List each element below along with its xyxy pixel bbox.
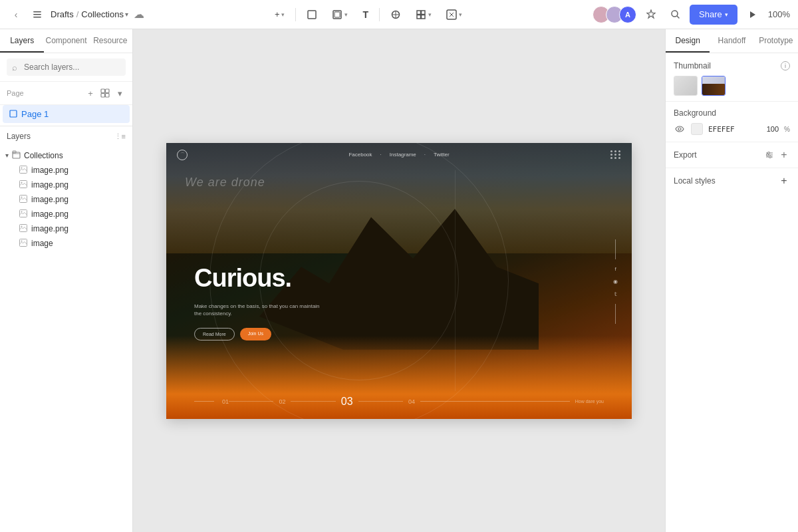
bg-color-hex[interactable]: EFEFEF [708,125,761,134]
tab-handoff[interactable]: Handoff [710,29,753,53]
back-button[interactable]: ‹ [8,7,24,23]
svg-rect-20 [106,89,110,93]
page-options-button[interactable] [99,87,111,99]
svg-rect-9 [417,11,421,15]
breadcrumb-separator: / [76,9,79,19]
nav-link-facebook: Facebook [348,152,372,158]
svg-rect-0 [33,11,41,13]
tool-separator-2 [379,8,380,21]
cloud-sync-icon[interactable]: ☁ [134,8,144,21]
layer-image-icon-5 [19,224,28,233]
avatar-3: A [619,6,636,23]
nav-link-twitter: Twitter [434,152,450,158]
twitter-icon[interactable]: 𝕥 [614,291,617,297]
layer-item-image-6[interactable]: image [0,236,132,251]
canvas[interactable]: ⌒ Facebook · Instagrame · Twitter [133,29,665,532]
thumbnail-info-icon[interactable]: i [781,61,790,70]
add-page-button[interactable]: + [84,87,96,99]
export-add-button[interactable]: + [778,149,790,161]
thumbnail-preview [674,76,790,96]
svg-rect-1 [33,14,41,15]
left-sidebar: Layers Component Resource Page + ▾ Page … [0,29,133,532]
search-icon[interactable] [666,5,684,24]
bg-opacity[interactable]: 100 [767,125,779,133]
add-tool-button[interactable]: + ▾ [269,5,291,24]
tab-resource[interactable]: Resource [88,29,132,53]
tab-layers[interactable]: Layers [0,29,44,53]
frame-hero-title: We are drone [185,176,265,190]
add-chevron-icon: ▾ [281,11,285,18]
local-styles-add-button[interactable]: + [778,175,790,187]
layer-item-collections[interactable]: ▾ Collections [0,148,132,163]
frame-bottom-nav: 01 02 03 04 How dare you [166,396,632,408]
layer-name-image-1: image.png [31,166,68,175]
right-sidebar-tabs: Design Handoff Prototype [666,29,798,53]
svg-line-17 [677,16,680,19]
frame-join-us-button[interactable]: Join Us [240,328,271,340]
text-tool-button[interactable]: T [357,5,374,24]
tab-prototype[interactable]: Prototype [754,29,798,53]
export-section: Export + [666,142,798,168]
search-wrap [7,59,126,76]
topbar-left: ‹ Drafts / Collections ▾ ☁ [8,7,144,23]
move-tool-button[interactable] [385,5,406,24]
play-button[interactable] [743,5,763,25]
page-item-page1[interactable]: Page 1 [3,105,130,123]
tab-component[interactable]: Component [44,29,88,53]
layer-name-collections: Collections [24,151,63,160]
frame-logo: ⌒ [177,150,188,160]
layer-item-image-2[interactable]: image.png [0,178,132,192]
search-layers-input[interactable] [7,59,126,76]
bg-visibility-toggle[interactable] [674,123,686,135]
more-tool-button[interactable]: ▾ [441,5,467,24]
facebook-icon[interactable]: f [614,266,616,272]
page-expand-button[interactable]: ▾ [114,87,126,99]
page-section-label: Page [7,89,24,97]
export-row: Export + [674,149,790,161]
bottom-line-1 [194,401,214,402]
frame-container[interactable]: ⌒ Facebook · Instagrame · Twitter [166,143,632,419]
bg-percent-sign: % [784,126,790,133]
components-tool-button[interactable]: ▾ [410,5,437,24]
share-button[interactable]: Share ▾ [690,5,737,25]
breadcrumb: Drafts / Collections ▾ [51,9,128,19]
layer-item-image-1[interactable]: image.png [0,163,132,178]
tab-design[interactable]: Design [666,29,710,53]
layer-item-image-3[interactable]: image.png [0,192,132,207]
thumbnail-box-2[interactable] [702,76,726,96]
local-styles-section: Local styles + [666,168,798,194]
frame-social-links: f ◉ 𝕥 [613,239,618,324]
menu-button[interactable] [29,7,45,23]
right-sidebar: Design Handoff Prototype Thumbnail i [665,29,798,532]
layer-item-image-4[interactable]: image.png [0,207,132,221]
layer-name-image-5: image.png [31,224,68,233]
svg-point-40 [767,154,769,156]
bottom-spacer-3 [358,401,403,402]
layer-name-image-4: image.png [31,209,68,219]
bottom-spacer-1 [229,401,273,402]
topbar-center-tools: + ▾ ▾ T ▾ ▾ [150,5,587,24]
layer-item-image-5[interactable]: image.png [0,221,132,236]
breadcrumb-current[interactable]: Collections ▾ [81,9,128,19]
bg-color-swatch[interactable] [691,123,703,135]
frame-read-more-button[interactable]: Read More [194,328,235,340]
sidebar-tabs: Layers Component Resource [0,29,132,53]
frame-tool-button[interactable] [301,5,323,24]
zoom-level[interactable]: 100% [768,9,790,19]
export-settings-icon[interactable] [763,149,775,161]
shape-tool-button[interactable]: ▾ [327,5,353,24]
svg-rect-11 [417,15,421,19]
svg-rect-23 [10,110,17,117]
svg-point-31 [21,197,23,198]
layer-image-icon-6 [19,239,28,248]
layer-image-icon-3 [19,195,28,204]
breadcrumb-drafts[interactable]: Drafts [51,9,74,19]
search-bar [0,53,132,82]
dots-menu-icon[interactable] [610,150,621,159]
thumbnail-box-1[interactable] [674,76,698,96]
tool-separator-1 [295,8,296,21]
layers-collapse-button[interactable]: ⋮≡ [114,132,126,141]
svg-point-29 [21,182,23,184]
instagram-icon[interactable]: ◉ [613,279,618,285]
plugins-icon[interactable] [642,5,660,24]
